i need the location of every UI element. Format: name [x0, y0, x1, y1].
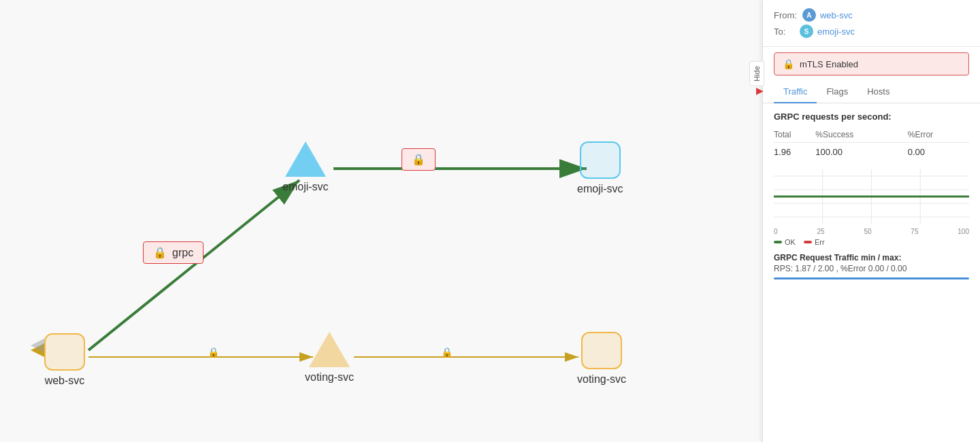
node-voting-svc-sq[interactable]: voting-svc — [577, 332, 626, 386]
traffic-footer-label: GRPC Request Traffic min / max: — [774, 253, 969, 262]
node-label-emoji-sq: emoji-svc — [577, 183, 623, 195]
node-emoji-svc-sq[interactable]: emoji-svc — [577, 141, 623, 195]
stats-error: 0.00 — [908, 143, 969, 162]
from-service-link[interactable]: web-svc — [820, 10, 853, 20]
node-shape-emoji-sq — [580, 141, 621, 179]
canvas-area: web-svc emoji-svc emoji-svc voting-svc v… — [0, 0, 762, 442]
svg-marker-7 — [31, 343, 44, 357]
stats-total: 1.96 — [774, 143, 815, 162]
to-service-link[interactable]: emoji-svc — [817, 27, 855, 37]
grpc-label-text: grpc — [172, 247, 193, 259]
right-panel: Hide ▶ From: A web-svc To: S emoji-svc 🔒… — [762, 0, 980, 442]
from-label: From: — [774, 10, 797, 20]
grpc-edge-label[interactable]: 🔒 grpc — [143, 241, 203, 264]
axis-100: 100 — [958, 228, 969, 235]
from-row: From: A web-svc — [774, 8, 969, 22]
traffic-footer: GRPC Request Traffic min / max: RPS: 1.8… — [774, 253, 969, 279]
lock-icon-grpc: 🔒 — [153, 246, 167, 259]
axis-50: 50 — [864, 228, 871, 235]
mtls-edge-label[interactable]: 🔒 — [402, 148, 436, 171]
node-label-emoji-tri: emoji-svc — [282, 181, 329, 193]
panel-arrow: ▶ — [756, 85, 764, 96]
triangle-shape-emoji — [285, 141, 326, 177]
tab-traffic[interactable]: Traffic — [774, 81, 817, 103]
panel-content: GRPC requests per second: Total %Success… — [763, 103, 980, 442]
node-shape-voting-sq — [581, 332, 622, 369]
traffic-footer-value: RPS: 1.87 / 2.00 , %Error 0.00 / 0.00 — [774, 264, 969, 273]
legend-err-dot — [804, 241, 812, 243]
legend-err-label: Err — [815, 238, 825, 246]
lock-icon-bottom: 🔒 — [208, 347, 219, 358]
axis-25: 25 — [817, 228, 824, 235]
to-row: To: S emoji-svc — [774, 24, 969, 38]
canvas-svg — [0, 0, 762, 442]
from-badge: A — [802, 8, 816, 22]
legend-ok: OK — [774, 238, 796, 246]
stats-success: 100.00 — [815, 143, 907, 162]
node-label-web-svc: web-svc — [45, 375, 85, 387]
footer-bar — [774, 277, 969, 279]
svg-line-3 — [88, 180, 299, 350]
panel-header: From: A web-svc To: S emoji-svc — [763, 0, 980, 47]
stats-header-error: %Error — [908, 127, 969, 143]
legend-ok-label: OK — [785, 238, 796, 246]
node-web-svc[interactable]: web-svc — [44, 333, 85, 387]
chart-container: 0 25 50 75 100 OK Err — [774, 169, 969, 246]
lock-icon-bottom2: 🔒 — [441, 347, 453, 358]
tab-flags[interactable]: Flags — [817, 81, 858, 103]
node-emoji-svc-tri[interactable]: emoji-svc — [282, 141, 329, 193]
node-label-voting-sq: voting-svc — [577, 373, 626, 386]
axis-0: 0 — [774, 228, 778, 235]
mtls-lock-icon: 🔒 — [783, 58, 794, 69]
tab-hosts[interactable]: Hosts — [858, 81, 899, 103]
panel-tabs: Traffic Flags Hosts — [763, 81, 980, 103]
svg-marker-8 — [31, 339, 44, 352]
axis-75: 75 — [911, 228, 918, 235]
to-badge: S — [800, 24, 813, 38]
node-shape-web-svc — [44, 333, 85, 371]
to-label: To: — [774, 27, 794, 37]
stats-row: 1.96 100.00 0.00 — [774, 143, 969, 162]
stats-table: Total %Success %Error 1.96 100.00 0.00 — [774, 127, 969, 161]
legend-ok-dot — [774, 241, 782, 243]
lock-icon-mtls: 🔒 — [412, 153, 425, 166]
mtls-label: mTLS Enabled — [800, 59, 858, 69]
grpc-section-title: GRPC requests per second: — [774, 112, 969, 122]
chart-axis: 0 25 50 75 100 — [774, 228, 969, 235]
chart-svg — [774, 169, 969, 224]
node-label-voting-tri: voting-svc — [305, 371, 354, 384]
triangle-shape-voting — [309, 332, 350, 367]
stats-header-success: %Success — [815, 127, 907, 143]
stats-header-total: Total — [774, 127, 815, 143]
node-voting-svc-tri[interactable]: voting-svc — [305, 332, 354, 384]
mtls-banner: 🔒 mTLS Enabled — [774, 52, 969, 75]
legend-err: Err — [804, 238, 825, 246]
chart-legend: OK Err — [774, 238, 969, 246]
hide-tab[interactable]: Hide — [749, 61, 764, 86]
